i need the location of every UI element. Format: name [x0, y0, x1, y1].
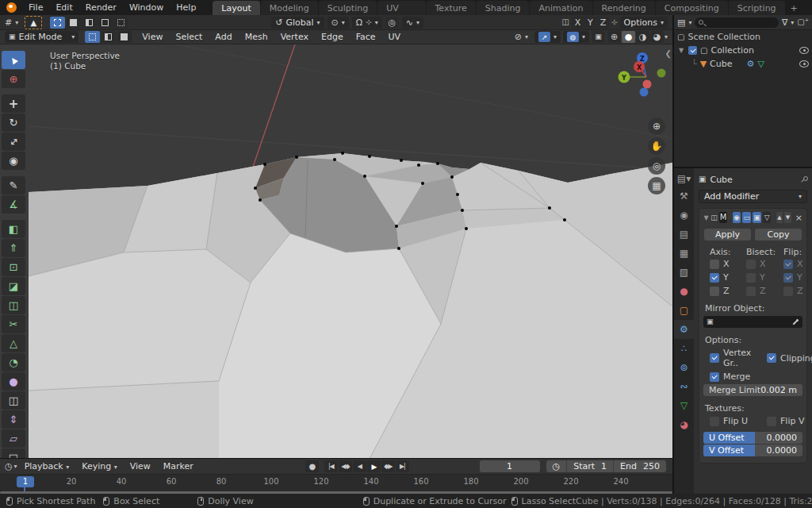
prev-keyframe-button[interactable]: ◀◆	[339, 460, 352, 472]
collapse-sidebar-icon[interactable]: ❮	[665, 49, 672, 58]
xray-toggle[interactable]: ▣	[592, 31, 605, 43]
delete-modifier-icon[interactable]: ×	[795, 214, 802, 222]
add-workspace-button[interactable]: +	[786, 1, 802, 15]
tool-inset-faces[interactable]: ⊡	[2, 258, 25, 276]
options-dropdown[interactable]: Options ▾	[620, 17, 668, 29]
overlays-dropdown[interactable]: ◍▾	[563, 31, 589, 43]
tab-object-data[interactable]: ▽	[674, 396, 694, 415]
tab-object[interactable]: ▢	[674, 301, 694, 320]
tool-spin[interactable]: ◔	[2, 353, 25, 371]
bisect-x-checkbox[interactable]: X	[746, 259, 783, 269]
outliner-row-cube[interactable]: └ ▼ Cube ⚙ ▽	[674, 57, 812, 71]
view-menu[interactable]: View	[124, 460, 156, 472]
area-divider[interactable]	[672, 15, 674, 494]
current-frame-field[interactable]: 1	[480, 460, 540, 472]
timeline-ruler[interactable]: 1 20 40 60 80 100 120 140 160 180 200 22…	[0, 475, 672, 493]
tab-modifiers[interactable]: ⚙	[674, 320, 694, 339]
tool-annotate[interactable]: ✎	[2, 176, 25, 194]
tab-particles[interactable]: ∴	[674, 339, 694, 358]
select-mode-extend[interactable]	[66, 17, 81, 29]
tool-move[interactable]: +	[2, 94, 25, 113]
tool-select-box[interactable]: ▲	[2, 51, 25, 69]
use-preview-range-icon[interactable]: ◷	[546, 460, 568, 472]
select-mode-intersect[interactable]	[113, 17, 128, 29]
display-realtime-toggle[interactable]: ▭	[742, 212, 751, 223]
pivot-point-dropdown[interactable]: ⊙▾	[327, 17, 349, 29]
u-offset-slider[interactable]: U Offset 0.0000	[703, 432, 802, 444]
menu-select[interactable]: Select	[170, 31, 208, 43]
display-render-toggle[interactable]: ◉	[733, 212, 741, 223]
tab-layout[interactable]: Layout	[213, 1, 259, 15]
modifier-name-field[interactable]: M	[719, 212, 728, 223]
expand-icon[interactable]: ▼	[677, 47, 685, 54]
flip-x-checkbox[interactable]: X	[783, 259, 812, 269]
tab-material[interactable]: ◕	[674, 415, 694, 434]
tab-uv-editing[interactable]: UV Editing	[377, 1, 425, 15]
copy-button[interactable]: Copy	[755, 229, 802, 241]
play-reverse-button[interactable]: ◀	[353, 460, 366, 472]
axis-gizmo[interactable]: Z X Y	[612, 48, 668, 105]
record-button[interactable]: ●	[305, 460, 319, 472]
tool-smooth[interactable]: ●	[2, 372, 25, 391]
hide-icon[interactable]	[799, 47, 809, 54]
tool-rotate[interactable]: ↻	[2, 114, 25, 132]
display-cage-toggle[interactable]: ▽	[763, 212, 772, 223]
snap-corner-icon[interactable]: ⊹	[611, 19, 618, 26]
tab-world[interactable]: ●	[674, 282, 694, 301]
mode-dropdown[interactable]: ▣ Edit Mode ▾	[5, 31, 79, 43]
tab-scene[interactable]: ▧	[674, 263, 694, 282]
menu-vertex[interactable]: Vertex	[275, 31, 314, 43]
flip-u-checkbox[interactable]: Flip U	[710, 416, 767, 426]
outliner-row-collection[interactable]: ▼ ▢ Collection	[674, 44, 812, 57]
editor-type-clock-icon[interactable]: ◷	[5, 462, 13, 471]
jump-to-start-button[interactable]: |◀	[324, 460, 338, 472]
menu-file[interactable]: File	[23, 1, 48, 14]
tab-rendering[interactable]: Rendering	[593, 1, 655, 15]
tab-sculpting[interactable]: Sculpting	[319, 1, 377, 15]
bisect-z-checkbox[interactable]: Z	[746, 286, 783, 296]
camera-view-icon[interactable]: ◎	[648, 157, 665, 175]
proportional-editing-toggle[interactable]: ◎	[385, 17, 399, 29]
tab-shading[interactable]: Shading	[477, 1, 530, 15]
outliner-search[interactable]	[695, 17, 778, 28]
face-select-mode[interactable]	[117, 31, 132, 43]
tool-loop-cut[interactable]: ◫	[2, 296, 25, 314]
mesh-data-icon[interactable]: ▽	[757, 60, 764, 68]
merge-limit-slider[interactable]: Merge Limit 0.002 m	[703, 384, 802, 396]
eyedropper-icon[interactable]	[791, 318, 799, 326]
area-divider[interactable]	[0, 458, 672, 459]
editor-type-icon[interactable]: ▤▾	[674, 171, 694, 187]
end-frame-field[interactable]: End250	[614, 460, 666, 472]
clipping-checkbox[interactable]: Clipping	[767, 348, 812, 368]
tool-measure[interactable]: ∡	[2, 195, 25, 214]
zoom-icon[interactable]: ⊕	[648, 117, 665, 135]
display-editmode-toggle[interactable]: ▣	[753, 212, 761, 223]
tab-physics[interactable]: ⊚	[674, 358, 694, 377]
menu-render[interactable]: Render	[80, 1, 122, 14]
flip-y-checkbox[interactable]: Y	[783, 272, 812, 283]
transform-orientation-dropdown[interactable]: ↺ Global ▾	[271, 17, 324, 29]
keying-menu[interactable]: Keying ▾	[76, 460, 122, 472]
axis-y-checkbox[interactable]: Y	[710, 272, 746, 283]
pan-hand-icon[interactable]: ✋	[648, 137, 665, 155]
shading-solid-button[interactable]: ●	[622, 31, 635, 43]
outliner-row-scene-collection[interactable]: ▢ Scene Collection	[674, 30, 812, 44]
play-button[interactable]: ▶	[367, 460, 381, 472]
menu-mesh[interactable]: Mesh	[239, 31, 274, 43]
tab-texture-paint[interactable]: Texture Paint	[427, 1, 476, 15]
filter-icon[interactable]: ∇	[782, 18, 787, 27]
pin-icon[interactable]	[800, 176, 807, 183]
shading-wireframe-button[interactable]: ⊕	[607, 31, 621, 43]
tab-output[interactable]: ▤	[674, 225, 694, 244]
flip-v-checkbox[interactable]: Flip V	[767, 416, 812, 426]
object-visibility-dropdown[interactable]: ⊘▾	[511, 31, 532, 43]
start-frame-field[interactable]: Start1	[567, 460, 614, 472]
mirror-y-toggle[interactable]: Y	[584, 17, 596, 29]
viewport-3d[interactable]: User Perspective (1) Cube ▲ ⊕ + ↻ ↔ ◉ ✎ …	[0, 44, 672, 459]
playback-menu[interactable]: Playback ▾	[19, 460, 75, 472]
menu-view[interactable]: View	[136, 31, 168, 43]
gizmos-dropdown[interactable]: ↗▾	[534, 31, 561, 43]
menu-edge[interactable]: Edge	[316, 31, 349, 43]
menu-uv[interactable]: UV	[383, 31, 407, 43]
menu-add[interactable]: Add	[209, 31, 237, 43]
